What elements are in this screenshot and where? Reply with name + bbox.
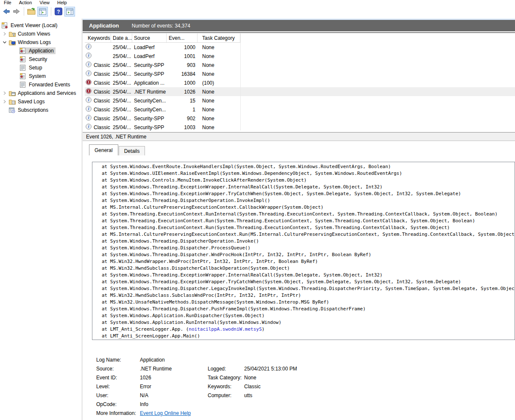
cell-source: Security-SPP bbox=[132, 124, 167, 130]
cell-date: 25/04/... bbox=[111, 44, 132, 50]
stack-trace-line: at System.Windows.Threading.Dispatcher.W… bbox=[92, 251, 515, 258]
column-header-keywords[interactable]: Keywords bbox=[85, 33, 111, 43]
menu-view[interactable]: View bbox=[36, 0, 53, 6]
cell-task-category: None bbox=[198, 62, 240, 68]
sidebar-item-label: Custom Views bbox=[18, 31, 50, 37]
cell-task-category: None bbox=[198, 116, 240, 122]
event-row[interactable]: iClassic25/04/...SecurityCen...1None bbox=[85, 105, 515, 114]
column-header-date[interactable]: Date a... bbox=[111, 33, 132, 43]
subscriptions-icon bbox=[9, 108, 15, 113]
sidebar-item-custom-views[interactable]: Custom Views bbox=[0, 30, 81, 38]
stack-trace-line: at System.Windows.Threading.ExceptionWra… bbox=[92, 272, 515, 279]
sidebar-item-event-viewer-local-[interactable]: Event Viewer (Local) bbox=[0, 21, 81, 30]
event-viewer-window: { "menu": { "items": ["File", "Action", … bbox=[0, 0, 515, 420]
sidebar-item-applications-and-services[interactable]: Applications and Services bbox=[0, 89, 81, 97]
column-header-source[interactable]: Source bbox=[132, 33, 167, 43]
event-description-box[interactable]: at System.Windows.EventRoute.InvokeHandl… bbox=[92, 162, 515, 340]
custom-views-icon bbox=[9, 31, 16, 37]
console-tree-icon bbox=[39, 8, 46, 15]
menu-file[interactable]: File bbox=[0, 0, 15, 6]
tree-expander[interactable] bbox=[1, 99, 8, 104]
tree-expander[interactable] bbox=[1, 40, 8, 44]
cell-event-id: 1 bbox=[167, 107, 198, 113]
column-header-task-category[interactable]: Task Category bbox=[198, 33, 240, 43]
cell-task-category: None bbox=[198, 53, 240, 59]
sidebar-item-forwarded-events[interactable]: Forwarded Events bbox=[0, 80, 81, 89]
cell-date: 25/04/... bbox=[111, 89, 132, 95]
cell-event-id: 903 bbox=[167, 62, 198, 68]
event-row[interactable]: iClassic25/04/...SecurityCen...15None bbox=[85, 96, 515, 105]
event-row[interactable]: iClassic25/04/...Security-SPP1003None bbox=[85, 123, 515, 130]
tree-expander[interactable] bbox=[1, 91, 8, 95]
event-row[interactable]: iClassic25/04/...Security-SPP16384None bbox=[85, 69, 515, 78]
menu-help[interactable]: Help bbox=[53, 0, 71, 6]
event-row[interactable]: !Classic25/04/...Application ...1000(100… bbox=[85, 78, 515, 87]
svg-text:i: i bbox=[88, 98, 89, 102]
property-row: User:N/AComputer:utts bbox=[96, 391, 515, 400]
sidebar-item-subscriptions[interactable]: Subscriptions bbox=[0, 106, 81, 114]
tree-expander[interactable] bbox=[1, 32, 8, 36]
property-label: Level: bbox=[96, 384, 140, 390]
event-row[interactable]: iClassic25/04/...Security-SPP903None bbox=[85, 61, 515, 69]
sidebar-item-setup[interactable]: Setup bbox=[0, 64, 81, 72]
sidebar-item-label: Applications and Services bbox=[18, 90, 76, 96]
svg-text:i: i bbox=[88, 124, 89, 129]
event-row[interactable]: !Classic25/04/....NET Runtime1026None bbox=[85, 87, 515, 96]
toolbar-separator bbox=[51, 7, 51, 16]
back-button[interactable] bbox=[1, 6, 11, 17]
cell-source: LoadPerf bbox=[132, 53, 167, 59]
sidebar-item-saved-logs[interactable]: Saved Logs bbox=[0, 97, 81, 106]
cell-keywords: !Classic bbox=[85, 79, 111, 86]
log-file-icon bbox=[20, 48, 25, 54]
sidebar-item-application[interactable]: Application bbox=[0, 47, 81, 55]
column-header-event-id[interactable]: Even... bbox=[167, 33, 198, 43]
tab-general[interactable]: General bbox=[89, 144, 118, 155]
action-pane-toggle-button[interactable] bbox=[64, 7, 75, 17]
stack-trace-line: at LMT_Anti_ScreenLogger.App.Main() bbox=[92, 333, 515, 340]
svg-text:i: i bbox=[88, 116, 89, 120]
stack-trace-line: at MS.Win32.HwndSubclass.DispatcherCallb… bbox=[92, 265, 515, 272]
sidebar-item-security[interactable]: Security bbox=[0, 55, 81, 64]
information-level-icon: i bbox=[86, 52, 92, 58]
stack-trace-line: at System.Windows.Threading.ExceptionWra… bbox=[92, 191, 515, 197]
event-list: Keywords Date a... Source Even... Task C… bbox=[83, 33, 515, 130]
cell-source: .NET Runtime bbox=[132, 89, 167, 95]
sidebar-item-label: System bbox=[29, 73, 46, 79]
cell-date: 25/04/... bbox=[111, 71, 132, 77]
cell-date: 25/04/... bbox=[111, 53, 132, 59]
event-list-header: Keywords Date a... Source Even... Task C… bbox=[85, 33, 515, 43]
sidebar-item-label: Setup bbox=[29, 65, 42, 71]
sidebar-item-label: Security bbox=[29, 56, 47, 62]
stack-trace-line: at System.Windows.UIElement.RaiseEventIm… bbox=[92, 170, 515, 177]
toolbar: ? bbox=[0, 6, 515, 17]
tab-details[interactable]: Details bbox=[119, 146, 145, 155]
event-row[interactable]: iClassic25/04/...Security-SPP902None bbox=[85, 114, 515, 123]
svg-text:i: i bbox=[88, 62, 89, 66]
cell-event-id: 1000 bbox=[167, 44, 198, 50]
property-label: Computer: bbox=[208, 392, 244, 398]
stack-trace-line: at System.Windows.Threading.Dispatcher.L… bbox=[92, 285, 515, 292]
sidebar-item-windows-logs[interactable]: Windows Logs bbox=[0, 38, 81, 47]
sidebar-item-label: Saved Logs bbox=[18, 99, 45, 105]
property-value: Info bbox=[140, 401, 208, 407]
menu-action[interactable]: Action bbox=[15, 0, 36, 6]
stack-trace-line: at System.Threading.ExecutionContext.Run… bbox=[92, 211, 515, 218]
forward-button[interactable] bbox=[11, 6, 22, 17]
event-log-online-help-link[interactable]: Event Log Online Help bbox=[140, 410, 208, 416]
event-row[interactable]: i25/04/...LoadPerf1000None bbox=[85, 43, 515, 52]
sidebar-item-label: Subscriptions bbox=[18, 107, 48, 113]
svg-text:!: ! bbox=[88, 89, 89, 93]
saved-logs-icon bbox=[9, 99, 16, 105]
event-row[interactable]: i25/04/...LoadPerf1001None bbox=[85, 52, 515, 61]
sidebar-item-system[interactable]: System bbox=[0, 72, 81, 80]
log-file-plain-icon bbox=[20, 82, 25, 88]
stack-trace-line: at System.Windows.Threading.DispatcherOp… bbox=[92, 197, 515, 204]
console-tree-toggle-button[interactable] bbox=[37, 7, 48, 17]
property-value: utts bbox=[244, 392, 515, 398]
svg-text:i: i bbox=[88, 71, 89, 75]
open-saved-log-button[interactable] bbox=[26, 6, 36, 17]
information-level-icon: i bbox=[86, 44, 92, 50]
stack-trace-line: at System.Windows.Controls.MenuItem.Invo… bbox=[92, 177, 515, 184]
cell-event-id: 1003 bbox=[167, 124, 198, 130]
help-button[interactable]: ? bbox=[53, 6, 64, 17]
